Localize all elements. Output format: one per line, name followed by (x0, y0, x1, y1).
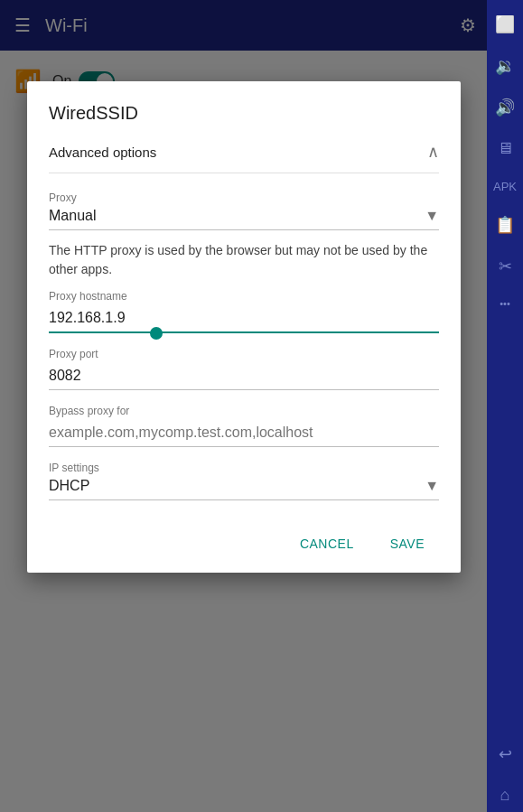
port-label: Proxy port (49, 348, 439, 360)
clipboard-icon[interactable]: 📋 (487, 208, 523, 242)
volume-down-icon[interactable]: 🔉 (487, 49, 523, 83)
port-input[interactable] (49, 364, 439, 390)
form-section: Proxy Manual ▼ The HTTP proxy is used by… (49, 173, 439, 500)
hostname-field-container (49, 306, 439, 333)
proxy-value: Manual (49, 208, 96, 224)
bypass-input[interactable] (49, 421, 439, 447)
advanced-options-label: Advanced options (49, 145, 156, 160)
apk-icon[interactable]: APK (487, 173, 523, 201)
advanced-options-row[interactable]: Advanced options ∧ (49, 131, 439, 173)
text-cursor (150, 327, 163, 340)
cancel-button[interactable]: CANCEL (285, 529, 369, 558)
wifi-config-dialog: WiredSSID Advanced options ∧ Proxy Manua… (27, 81, 461, 573)
ip-settings-dropdown[interactable]: DHCP ▼ (49, 478, 439, 500)
scissors-icon[interactable]: ✂ (487, 249, 523, 284)
ip-settings-label: IP settings (49, 462, 439, 474)
home-icon[interactable]: ⌂ (487, 779, 523, 812)
hostname-label: Proxy hostname (49, 290, 439, 303)
proxy-dropdown-arrow: ▼ (425, 208, 439, 224)
display-icon[interactable]: 🖥 (487, 132, 523, 165)
right-sidebar: ⬜ 🔉 🔊 🖥 APK 📋 ✂ ••• ↩ ⌂ (487, 0, 523, 812)
ip-settings-value: DHCP (49, 478, 89, 494)
proxy-dropdown[interactable]: Manual ▼ (49, 208, 439, 230)
chevron-up-icon: ∧ (427, 142, 439, 162)
volume-up-icon[interactable]: 🔊 (487, 90, 523, 125)
proxy-info-text: The HTTP proxy is used by the browser bu… (49, 241, 439, 279)
dialog-body: Advanced options ∧ Proxy Manual ▼ The HT… (27, 131, 461, 500)
screenshot-icon[interactable]: ⬜ (487, 7, 523, 42)
overflow-icon[interactable]: ••• (487, 291, 523, 316)
save-button[interactable]: SAVE (376, 529, 439, 558)
bypass-label: Bypass proxy for (49, 405, 439, 417)
proxy-label: Proxy (49, 191, 439, 204)
hostname-input[interactable] (49, 306, 439, 333)
ip-dropdown-arrow: ▼ (425, 478, 439, 494)
dialog-actions: CANCEL SAVE (27, 515, 461, 565)
back-icon[interactable]: ↩ (487, 737, 523, 771)
dialog-title: WiredSSID (27, 81, 461, 131)
